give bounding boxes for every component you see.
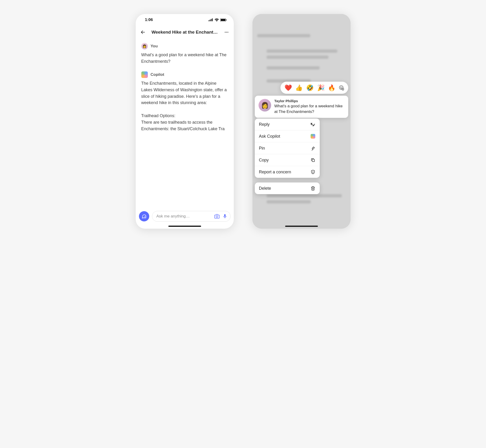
svg-rect-15	[225, 218, 225, 218]
new-chat-button[interactable]	[139, 211, 149, 221]
copilot-chat-screen: 1:06 Weekend Hike at the Enchant… 👩 You …	[136, 14, 234, 229]
page-title: Weekend Hike at the Enchant…	[149, 30, 221, 35]
trash-icon	[310, 186, 315, 191]
status-time: 1:06	[145, 17, 153, 22]
svg-point-24	[313, 173, 313, 173]
reaction-laugh[interactable]: 🤣	[306, 84, 314, 91]
svg-point-18	[342, 87, 342, 87]
reply-icon	[310, 122, 315, 127]
copy-icon	[310, 158, 315, 163]
menu-pin[interactable]: Pin	[255, 142, 320, 154]
context-overlay: ❤️ 👍 🤣 🎉 🔥 👩 Taylor Phillips What's a go…	[252, 14, 351, 229]
reaction-celebrate[interactable]: 🎉	[317, 84, 325, 91]
copilot-sender-label: Copilot	[151, 72, 165, 77]
menu-reply-label: Reply	[259, 122, 270, 127]
input-placeholder: Ask me anything…	[157, 214, 212, 219]
svg-rect-3	[212, 18, 213, 21]
user-message-text: What's a good plan for a weekend hike at…	[141, 52, 228, 65]
svg-rect-6	[226, 19, 227, 21]
status-bar: 1:06	[136, 14, 234, 26]
sender-name: Taylor Phillips	[274, 99, 345, 103]
svg-point-10	[227, 32, 228, 32]
svg-rect-22	[312, 159, 314, 162]
context-menu: Reply Ask Copilot Pin Copy	[255, 119, 320, 178]
svg-rect-1	[210, 20, 210, 21]
battery-icon	[220, 18, 227, 22]
svg-rect-0	[209, 20, 209, 21]
app-bar: Weekend Hike at the Enchant…	[136, 26, 234, 39]
wifi-icon	[215, 18, 219, 22]
camera-icon[interactable]	[214, 214, 220, 219]
reaction-thumbs-up[interactable]: 👍	[295, 84, 303, 91]
shield-alert-icon	[310, 169, 315, 175]
menu-delete[interactable]: Delete	[255, 183, 320, 194]
home-indicator[interactable]	[168, 226, 201, 227]
copilot-message-text: The Enchantments, located in the Alpine …	[141, 80, 228, 132]
focused-message-card: 👩 Taylor Phillips What's a good plan for…	[255, 96, 348, 118]
svg-point-17	[340, 87, 341, 87]
reaction-bar: ❤️ 👍 🤣 🎉 🔥	[280, 82, 348, 94]
status-icons	[209, 18, 227, 22]
svg-rect-2	[211, 19, 212, 21]
context-menu-delete-section: Delete	[255, 183, 320, 194]
microphone-icon[interactable]	[222, 214, 227, 219]
home-indicator[interactable]	[285, 226, 318, 227]
add-reaction-icon[interactable]	[339, 85, 344, 90]
user-message-header: 👩 You	[141, 43, 228, 49]
menu-reply[interactable]: Reply	[255, 119, 320, 130]
more-button[interactable]	[224, 30, 229, 35]
svg-point-14	[216, 216, 218, 217]
copilot-icon	[310, 134, 315, 139]
menu-copy[interactable]: Copy	[255, 154, 320, 166]
user-sender-label: You	[151, 44, 158, 48]
menu-report[interactable]: Report a concern	[255, 166, 320, 178]
reaction-fire[interactable]: 🔥	[328, 84, 335, 91]
pin-icon	[310, 146, 315, 151]
sender-avatar: 👩	[259, 99, 271, 112]
teams-message-context-screen: ❤️ 👍 🤣 🎉 🔥 👩 Taylor Phillips What's a go…	[252, 14, 351, 229]
cellular-icon	[209, 18, 213, 21]
back-button[interactable]	[140, 30, 146, 35]
menu-ask-copilot-label: Ask Copilot	[259, 134, 280, 139]
reaction-heart[interactable]: ❤️	[284, 84, 292, 91]
menu-pin-label: Pin	[259, 146, 265, 151]
svg-point-9	[226, 32, 227, 32]
svg-point-8	[225, 32, 225, 32]
focused-message-text: What's a good plan for a weekend hike at…	[274, 103, 345, 115]
copilot-message-header: Copilot	[141, 72, 228, 78]
user-avatar: 👩	[141, 43, 148, 49]
copilot-avatar-icon	[141, 72, 148, 78]
menu-ask-copilot[interactable]: Ask Copilot	[255, 130, 320, 142]
chat-body: 👩 You What's a good plan for a weekend h…	[136, 39, 234, 229]
message-input[interactable]: Ask me anything…	[152, 211, 231, 222]
svg-rect-5	[221, 19, 225, 21]
menu-report-label: Report a concern	[259, 170, 291, 175]
input-row: Ask me anything…	[139, 211, 231, 222]
menu-copy-label: Copy	[259, 158, 269, 163]
menu-delete-label: Delete	[259, 186, 271, 191]
